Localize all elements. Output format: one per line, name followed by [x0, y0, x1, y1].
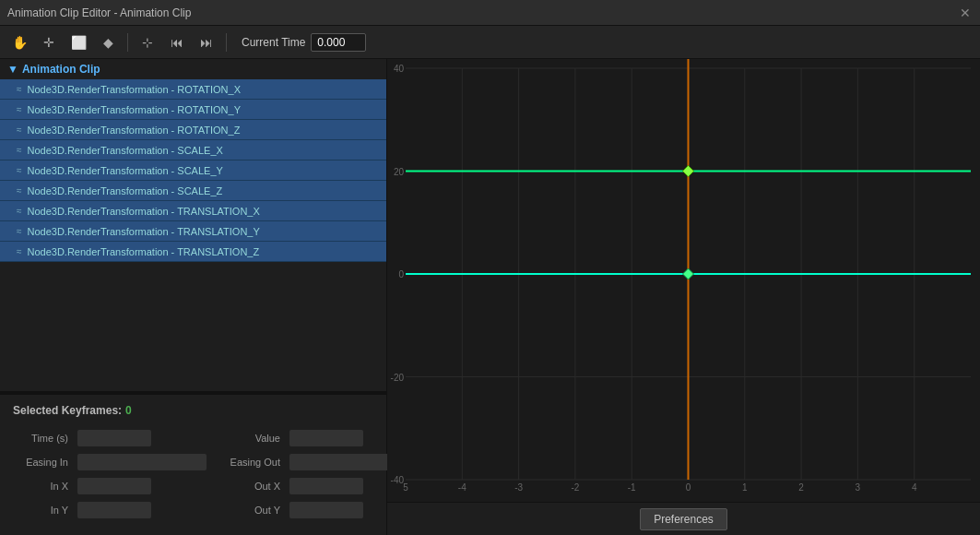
track-item-6[interactable]: ≈Node3D.RenderTransformation - TRANSLATI…: [0, 201, 386, 221]
app-title: Animation Clip Editor - Animation Clip: [7, 6, 191, 19]
in-y-input[interactable]: [77, 502, 151, 518]
preferences-bar: Preferences: [387, 502, 980, 535]
track-icon-8: ≈: [17, 246, 22, 256]
track-item-7[interactable]: ≈Node3D.RenderTransformation - TRANSLATI…: [0, 221, 386, 242]
crosshair-tool-button[interactable]: ⊹: [136, 30, 159, 54]
track-icon-7: ≈: [17, 226, 22, 236]
value-input[interactable]: [289, 430, 363, 446]
track-expand-arrow: ▼: [7, 63, 18, 76]
track-icon-4: ≈: [17, 165, 22, 175]
easing-in-input[interactable]: [77, 454, 207, 470]
track-items-container: ≈Node3D.RenderTransformation - ROTATION_…: [0, 79, 386, 262]
prev-frame-button[interactable]: ⏮: [165, 30, 189, 54]
out-x-input[interactable]: [289, 478, 363, 494]
track-label-8: Node3D.RenderTransformation - TRANSLATIO…: [28, 246, 260, 257]
keyframe-editor: Selected Keyframes: 0 Time (s) Easing In…: [0, 395, 386, 535]
track-item-1[interactable]: ≈Node3D.RenderTransformation - ROTATION_…: [0, 100, 386, 120]
in-x-label: In X: [13, 481, 68, 492]
track-list: ▼ Animation Clip ≈Node3D.RenderTransform…: [0, 59, 386, 391]
out-y-label: Out Y: [225, 505, 280, 516]
track-label-0: Node3D.RenderTransformation - ROTATION_X: [28, 84, 241, 95]
track-label-6: Node3D.RenderTransformation - TRANSLATIO…: [28, 206, 260, 217]
time-label: Time (s): [13, 433, 68, 444]
easing-in-label: Easing In: [13, 457, 68, 468]
track-icon-5: ≈: [17, 185, 22, 196]
track-item-3[interactable]: ≈Node3D.RenderTransformation - SCALE_X: [0, 140, 386, 160]
right-panel: Preferences: [387, 59, 980, 535]
graph-canvas: [387, 59, 980, 502]
track-label-1: Node3D.RenderTransformation - ROTATION_Y: [28, 104, 241, 115]
toolbar-sep-1: [127, 33, 128, 52]
value-label: Value: [225, 433, 280, 444]
track-icon-1: ≈: [17, 104, 22, 114]
pan-tool-button[interactable]: ✋: [7, 30, 31, 54]
crop-tool-button[interactable]: ⬜: [66, 30, 90, 54]
track-icon-0: ≈: [17, 84, 22, 94]
selected-keyframes-row: Selected Keyframes: 0: [13, 404, 373, 417]
toolbar: ✋ ✛ ⬜ ◆ ⊹ ⏮ ⏭ Current Time: [0, 26, 980, 59]
track-item-8[interactable]: ≈Node3D.RenderTransformation - TRANSLATI…: [0, 242, 386, 262]
title-bar: Animation Clip Editor - Animation Clip ✕: [0, 0, 980, 26]
track-icon-3: ≈: [17, 145, 22, 155]
time-input[interactable]: [77, 430, 151, 446]
track-item-0[interactable]: ≈Node3D.RenderTransformation - ROTATION_…: [0, 79, 386, 100]
move-tool-button[interactable]: ✛: [37, 30, 61, 54]
selected-keyframes-label: Selected Keyframes:: [13, 404, 122, 417]
track-label-7: Node3D.RenderTransformation - TRANSLATIO…: [28, 226, 260, 237]
track-item-4[interactable]: ≈Node3D.RenderTransformation - SCALE_Y: [0, 160, 386, 181]
track-icon-2: ≈: [17, 125, 22, 135]
track-label-5: Node3D.RenderTransformation - SCALE_Z: [28, 185, 223, 196]
in-x-input[interactable]: [77, 478, 151, 494]
track-item-2[interactable]: ≈Node3D.RenderTransformation - ROTATION_…: [0, 120, 386, 140]
out-y-input[interactable]: [289, 502, 363, 518]
track-root-label: Animation Clip: [22, 63, 100, 76]
selected-keyframes-count: 0: [125, 404, 132, 417]
track-label-4: Node3D.RenderTransformation - SCALE_Y: [28, 165, 223, 176]
track-label-3: Node3D.RenderTransformation - SCALE_X: [28, 145, 223, 156]
preferences-button[interactable]: Preferences: [640, 508, 727, 530]
out-x-label: Out X: [225, 481, 280, 492]
close-button[interactable]: ✕: [960, 6, 973, 19]
track-label-2: Node3D.RenderTransformation - ROTATION_Z: [28, 125, 241, 136]
main-area: ▼ Animation Clip ≈Node3D.RenderTransform…: [0, 59, 980, 535]
track-icon-6: ≈: [17, 206, 22, 216]
current-time-label: Current Time: [242, 36, 305, 49]
track-item-5[interactable]: ≈Node3D.RenderTransformation - SCALE_Z: [0, 181, 386, 201]
left-panel: ▼ Animation Clip ≈Node3D.RenderTransform…: [0, 59, 387, 535]
graph-area[interactable]: [387, 59, 980, 502]
diamond-tool-button[interactable]: ◆: [96, 30, 120, 54]
next-frame-button[interactable]: ⏭: [195, 30, 218, 54]
title-bar-left: Animation Clip Editor - Animation Clip: [7, 6, 191, 19]
in-y-label: In Y: [13, 505, 68, 516]
current-time-input[interactable]: [311, 33, 366, 52]
toolbar-sep-2: [226, 33, 227, 52]
track-root-header[interactable]: ▼ Animation Clip: [0, 59, 386, 79]
easing-out-label: Easing Out: [225, 457, 280, 468]
